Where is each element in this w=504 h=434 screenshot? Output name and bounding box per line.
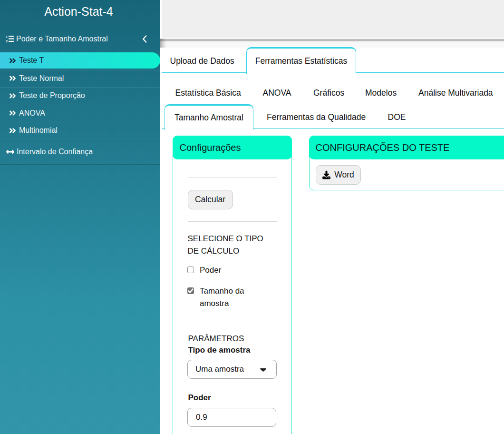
- svg-text:1: 1: [6, 35, 8, 39]
- svg-text:2: 2: [6, 39, 8, 43]
